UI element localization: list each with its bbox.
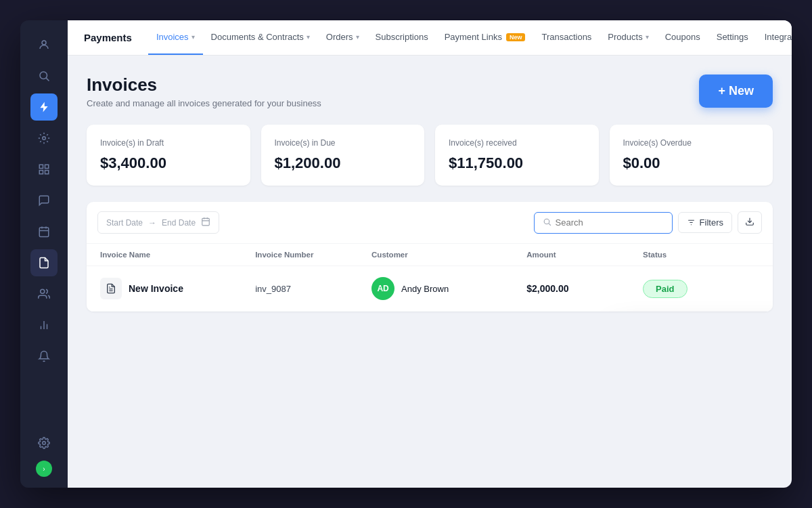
stat-value-due: $1,200.00 — [275, 154, 411, 172]
download-button[interactable] — [738, 211, 762, 234]
status-cell: Paid — [643, 280, 759, 298]
avatar: AD — [371, 277, 394, 300]
search-wrapper: Filters — [534, 211, 762, 234]
stat-label-due: Invoice(s) in Due — [275, 138, 411, 148]
col-customer: Customer — [371, 251, 526, 259]
col-invoice-name: Invoice Name — [100, 251, 255, 259]
nav-items: Invoices ▾ Documents & Contracts ▾ Order… — [148, 20, 792, 55]
nav-item-documents[interactable]: Documents & Contracts ▾ — [203, 20, 318, 55]
sidebar-bottom: › — [30, 429, 58, 477]
svg-point-21 — [544, 219, 549, 224]
stat-label-received: Invoice(s) received — [449, 138, 585, 148]
svg-rect-4 — [39, 165, 43, 168]
new-badge: New — [506, 33, 526, 41]
invoice-icon — [100, 278, 122, 299]
chevron-down-icon: ▾ — [356, 33, 359, 41]
nav-item-products[interactable]: Products ▾ — [600, 20, 656, 55]
date-range-input[interactable]: Start Date → End Date — [97, 211, 219, 234]
invoice-name: New Invoice — [129, 283, 183, 294]
table-toolbar: Start Date → End Date — [87, 202, 773, 244]
table-row-wrap: New Invoice inv_9087 AD Andy Brown $2,00… — [87, 266, 773, 312]
start-date-label: Start Date — [106, 218, 143, 228]
svg-rect-8 — [39, 228, 49, 237]
amount-cell: $2,000.00 — [526, 283, 643, 294]
stat-card-received: Invoice(s) received $11,750.00 — [435, 125, 599, 186]
nav-item-invoices[interactable]: Invoices ▾ — [148, 20, 203, 55]
stats-grid: Invoice(s) in Draft $3,400.00 Invoice(s)… — [87, 125, 773, 186]
nav-item-subscriptions[interactable]: Subscriptions — [367, 20, 436, 55]
sidebar: › — [20, 20, 68, 488]
search-icon — [543, 217, 551, 228]
invoice-name-cell: New Invoice — [100, 278, 255, 299]
chevron-down-icon: ▾ — [191, 33, 195, 41]
stat-label-draft: Invoice(s) in Draft — [100, 138, 237, 148]
sidebar-icon-chat[interactable] — [30, 187, 58, 214]
sidebar-icon-bell[interactable] — [30, 343, 58, 370]
stat-card-due: Invoice(s) in Due $1,200.00 — [261, 125, 425, 186]
svg-point-0 — [42, 41, 46, 45]
nav-item-integrations[interactable]: Integrations — [757, 20, 792, 55]
chevron-down-icon: ▾ — [307, 33, 310, 41]
svg-rect-6 — [39, 171, 43, 174]
date-arrow-icon: → — [148, 218, 156, 228]
end-date-label: End Date — [162, 218, 196, 228]
stat-value-draft: $3,400.00 — [100, 154, 237, 172]
sidebar-icon-document[interactable] — [30, 249, 58, 276]
calendar-icon — [201, 217, 210, 228]
search-input[interactable] — [556, 217, 664, 228]
col-invoice-number: Invoice Number — [255, 251, 371, 259]
svg-line-22 — [549, 223, 551, 225]
stat-value-received: $11,750.00 — [449, 154, 585, 172]
col-status: Status — [643, 251, 759, 259]
new-button[interactable]: + New — [699, 75, 773, 108]
svg-point-3 — [43, 137, 46, 140]
table-section: Start Date → End Date — [87, 202, 773, 312]
sidebar-icon-user[interactable] — [30, 31, 58, 58]
stat-value-overdue: $0.00 — [623, 154, 760, 172]
status-badge: Paid — [643, 280, 687, 298]
sidebar-icon-lightning[interactable] — [30, 93, 58, 121]
sidebar-icon-calendar[interactable] — [30, 218, 58, 245]
sidebar-icon-gear[interactable] — [30, 429, 58, 457]
filters-button[interactable]: Filters — [678, 212, 732, 233]
invoice-number: inv_9087 — [255, 284, 371, 294]
sidebar-icon-settings-circle[interactable] — [30, 125, 58, 152]
table-head: Invoice Name Invoice Number Customer Amo… — [87, 244, 773, 266]
stat-card-overdue: Invoice(s) Overdue $0.00 — [610, 125, 773, 186]
sidebar-icon-users[interactable] — [30, 280, 58, 308]
page-subtitle: Create and manage all invoices generated… — [87, 98, 321, 108]
sidebar-icon-search[interactable] — [30, 62, 58, 89]
svg-rect-17 — [202, 218, 210, 226]
svg-point-1 — [40, 72, 47, 79]
col-amount: Amount — [526, 251, 643, 259]
nav-brand: Payments — [84, 32, 132, 43]
nav-item-coupons[interactable]: Coupons — [657, 20, 708, 55]
svg-line-2 — [46, 78, 49, 81]
svg-rect-5 — [45, 165, 49, 168]
page-header: Invoices Create and manage all invoices … — [87, 75, 773, 108]
customer-name: Andy Brown — [401, 284, 449, 294]
sidebar-expand-button[interactable]: › — [36, 461, 52, 477]
chevron-down-icon: ▾ — [646, 33, 649, 41]
main-content: Payments Invoices ▾ Documents & Contract… — [68, 20, 792, 488]
sidebar-icon-grid[interactable] — [30, 156, 58, 183]
search-input-wrap — [534, 212, 673, 234]
stat-card-draft: Invoice(s) in Draft $3,400.00 — [87, 125, 250, 186]
page-body: Invoices Create and manage all invoices … — [68, 56, 792, 488]
svg-point-16 — [43, 442, 46, 445]
customer-cell: AD Andy Brown — [371, 277, 526, 300]
svg-point-12 — [41, 289, 45, 293]
top-nav: Payments Invoices ▾ Documents & Contract… — [68, 20, 792, 56]
page-title: Invoices — [87, 75, 321, 96]
stat-label-overdue: Invoice(s) Overdue — [623, 138, 760, 148]
page-header-text: Invoices Create and manage all invoices … — [87, 75, 321, 108]
sidebar-icon-chart[interactable] — [30, 312, 58, 339]
nav-item-orders[interactable]: Orders ▾ — [318, 20, 367, 55]
table-row[interactable]: New Invoice inv_9087 AD Andy Brown $2,00… — [87, 266, 773, 312]
svg-rect-7 — [45, 171, 49, 174]
nav-item-transactions[interactable]: Transactions — [533, 20, 600, 55]
nav-item-payment-links[interactable]: Payment Links New — [436, 20, 534, 55]
nav-item-settings[interactable]: Settings — [708, 20, 757, 55]
